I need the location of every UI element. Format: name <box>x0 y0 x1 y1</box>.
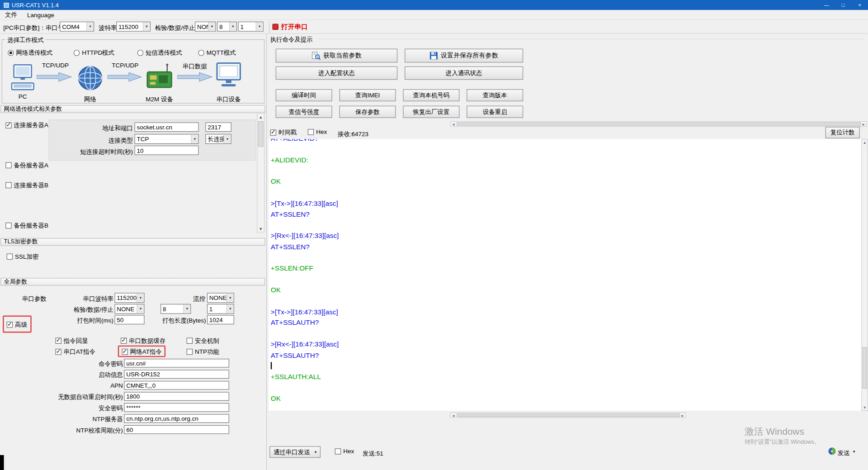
pc-serial-label: [PC串口参数]：串口号 <box>3 24 64 32</box>
enter-comm-button[interactable]: 进入通讯状态 <box>405 66 523 80</box>
recv-hex-checkbox[interactable]: Hex <box>308 128 327 135</box>
server-b-checkbox[interactable]: 连接服务器B <box>5 181 48 189</box>
server-a-checkbox[interactable]: 连接服务器A <box>5 121 48 129</box>
scrollbar-thumb[interactable] <box>457 122 861 125</box>
stopbits-select[interactable]: 1 ▾ <box>238 22 264 32</box>
query-version-button[interactable]: 查询版本 <box>467 89 523 101</box>
log-vertical-scrollbar[interactable]: ▴ ▾ <box>861 139 868 411</box>
databits-select[interactable]: 8 ▾ <box>217 22 237 32</box>
button-label: 进入配置状态 <box>318 69 355 77</box>
backup-a-checkbox[interactable]: 备份服务器A <box>5 161 48 169</box>
window-title: USR-CAT1 V1.1.4 <box>12 2 59 9</box>
serial-at-checkbox[interactable]: 串口AT指令 <box>55 348 95 356</box>
log-lines: AT+ALIDEVID?+ALIDEVID:OK>[Tx->][16:47:33… <box>269 139 861 404</box>
radio-mqtt[interactable]: MQTT模式 <box>198 49 236 57</box>
radio-net-passthrough[interactable]: 网络透传模式 <box>8 49 52 57</box>
parity-select[interactable]: NONI ▾ <box>195 22 216 32</box>
packlen-input[interactable] <box>207 315 234 324</box>
maximize-button[interactable]: □ <box>835 0 852 10</box>
send-via-serial-button[interactable]: 通过串口发送 ▾ <box>269 446 321 458</box>
ntp-server-input[interactable] <box>124 414 229 423</box>
boot-info-input[interactable] <box>124 370 229 379</box>
button-label: 查询IMEI <box>355 91 380 99</box>
menu-file[interactable]: 文件 <box>0 10 22 19</box>
conn-type-select[interactable]: TCP ▾ <box>135 134 199 144</box>
scroll-up-icon[interactable]: ▴ <box>257 114 264 120</box>
open-port-button[interactable]: 打开串口 <box>272 22 307 32</box>
scrollbar-thumb[interactable] <box>258 121 264 147</box>
radio-sms[interactable]: 短信透传模式 <box>137 49 182 57</box>
signal-strength-button[interactable]: 查信号强度 <box>276 106 332 118</box>
cmd-echo-checkbox[interactable]: 指令回显 <box>55 337 88 345</box>
timestamp-checkbox[interactable]: 时间戳 <box>270 128 297 137</box>
set-save-params-button[interactable]: 设置并保存所有参数 <box>405 49 523 63</box>
close-button[interactable]: × <box>851 0 868 10</box>
net-params-scrollbar[interactable]: ▴ ▾ <box>257 113 264 233</box>
scroll-right-icon[interactable]: ▸ <box>861 122 866 126</box>
keepalive-select[interactable]: 长连接 ▾ <box>205 134 231 144</box>
log-output[interactable]: AT+ALIDEVID?+ALIDEVID:OK>[Tx->][16:47:33… <box>269 139 861 411</box>
advanced-checkbox[interactable]: 高级 <box>7 321 27 329</box>
packtime-label: 打包时间(ms) <box>58 317 113 325</box>
ssl-checkbox[interactable]: SSL加密 <box>7 252 39 261</box>
packlen-label: 打包长度(Bytes) <box>154 317 206 325</box>
device-restart-button[interactable]: 设备重启 <box>467 106 523 118</box>
scroll-up-icon[interactable]: ▴ <box>862 139 868 145</box>
query-imei-button[interactable]: 查询IMEI <box>340 89 396 101</box>
scroll-down-icon[interactable]: ▾ <box>862 405 868 410</box>
g-flow-select[interactable]: NONE ▾ <box>207 293 234 303</box>
log-line: >[Tx->][16:47:33][asc] <box>271 199 862 209</box>
scroll-left-icon[interactable]: ◂ <box>451 413 456 418</box>
reset-counter-button[interactable]: 复位计数 <box>826 127 860 138</box>
compile-time-button[interactable]: 编译时间 <box>276 89 332 101</box>
query-phone-number-button[interactable]: 查询本机号码 <box>403 89 459 101</box>
scroll-right-icon[interactable]: ▸ <box>680 413 685 418</box>
short-conn-timeout-input[interactable] <box>135 146 199 155</box>
cmd-password-input[interactable] <box>124 359 229 368</box>
save-params-button[interactable]: 保存参数 <box>340 106 396 118</box>
serial-cache-checkbox[interactable]: 串口数据缓存 <box>121 337 165 345</box>
packtime-input[interactable] <box>114 315 144 324</box>
apn-input[interactable] <box>124 381 229 390</box>
net-params-header[interactable]: 网络透传模式相关参数 <box>0 105 265 113</box>
ntp-period-label: NTP校准周期(分) <box>33 426 123 434</box>
minimize-button[interactable]: — <box>818 0 835 10</box>
server-port-input[interactable] <box>205 122 231 132</box>
g-stopbits-select[interactable]: 1 ▾ <box>207 304 234 314</box>
work-mode-title: 选择工作模式 <box>5 36 45 44</box>
radio-httpd[interactable]: HTTPD模式 <box>74 49 114 57</box>
send-menu-arrow-icon[interactable]: ▾ <box>853 450 855 454</box>
scroll-down-icon[interactable]: ▾ <box>257 225 264 232</box>
enter-config-button[interactable]: 进入配置状态 <box>276 66 397 80</box>
baud-select[interactable]: 115200 ▾ <box>116 22 151 32</box>
g-databits-select[interactable]: 8 ▾ <box>160 304 191 314</box>
get-params-button[interactable]: 获取当前参数 <box>276 49 397 63</box>
checkbox-icon <box>121 338 127 344</box>
factory-reset-button[interactable]: 恢复出厂设置 <box>403 106 459 118</box>
title-bar[interactable]: USR-CAT1 V1.1.4 — □ × <box>0 0 868 10</box>
search-doc-icon <box>311 51 321 60</box>
send-hex-checkbox[interactable]: Hex <box>335 448 354 455</box>
scrollbar-thumb[interactable] <box>863 347 867 389</box>
server-address-input[interactable] <box>135 122 199 132</box>
auto-restart-input[interactable] <box>124 392 229 401</box>
g-parity-select[interactable]: NONE ▾ <box>114 304 144 314</box>
global-params-header[interactable]: 全局参数 <box>0 278 265 285</box>
log-top-scrollbar[interactable]: ◂ ▸ <box>450 121 867 127</box>
scroll-left-icon[interactable]: ◂ <box>451 122 456 126</box>
scrollbar-thumb[interactable] <box>457 413 679 417</box>
g-baud-select[interactable]: 115200 ▾ <box>114 293 144 303</box>
chevron-down-icon: ▾ <box>256 22 263 31</box>
security-checkbox[interactable]: 安全机制 <box>187 337 219 345</box>
send-button[interactable]: 发送 <box>838 449 850 457</box>
menu-language[interactable]: Language <box>22 11 59 18</box>
log-line <box>271 329 862 340</box>
net-at-checkbox[interactable]: 网络AT指令 <box>122 348 161 356</box>
ntp-checkbox[interactable]: NTP功能 <box>187 348 219 356</box>
backup-b-checkbox[interactable]: 备份服务器B <box>5 222 48 230</box>
com-port-select[interactable]: COM4 ▾ <box>60 22 94 32</box>
tls-header[interactable]: TLS加密参数 <box>0 238 265 246</box>
log-bottom-scrollbar[interactable]: ◂ ▸ <box>450 413 686 418</box>
ntp-period-input[interactable] <box>124 425 229 434</box>
security-password-input[interactable] <box>124 403 229 412</box>
